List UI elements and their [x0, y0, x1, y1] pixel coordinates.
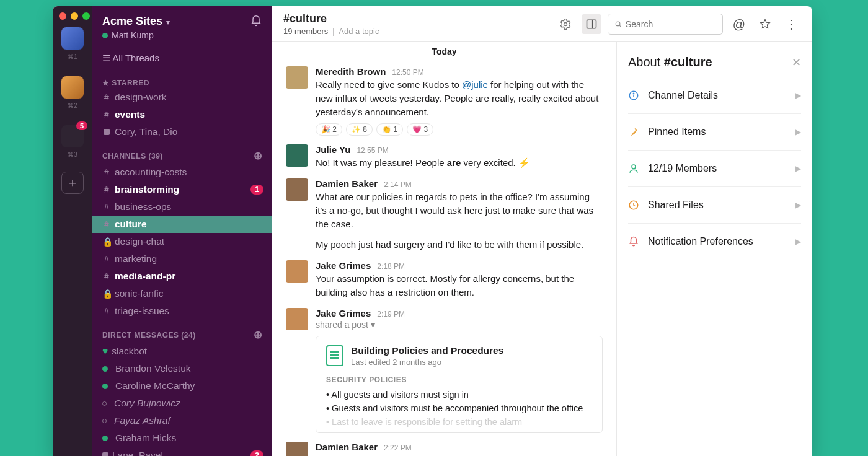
sidebar-starred-design-work[interactable]: #design-work [92, 89, 272, 106]
channel-prefix-icon: # [102, 306, 111, 316]
document-icon [326, 345, 343, 366]
channel-prefix-icon [102, 127, 111, 137]
reaction[interactable]: 👏 1 [376, 123, 403, 136]
close-about-icon[interactable]: ✕ [792, 56, 801, 69]
message-author[interactable]: Damien Baker [316, 442, 378, 452]
reaction[interactable]: 💗 3 [407, 123, 433, 136]
info-icon [628, 90, 639, 101]
about-row-12-19-members[interactable]: 12/19 Members▶ [628, 150, 801, 186]
workspace-2-shortcut: ⌘2 [68, 102, 78, 109]
avatar[interactable] [286, 308, 308, 330]
section-channels-count: (39) [149, 152, 163, 160]
shared-post-card[interactable]: Building Policies and ProceduresLast edi… [316, 336, 603, 433]
message-body: My pooch just had surgery and I'd like t… [316, 238, 603, 252]
avatar[interactable] [286, 178, 308, 201]
search-input[interactable] [626, 19, 716, 29]
channel-prefix-icon: # [102, 185, 111, 195]
notifications-icon[interactable] [250, 15, 262, 27]
svg-rect-1 [587, 20, 596, 28]
presence-dot-icon [102, 401, 107, 406]
reaction[interactable]: 🎉 2 [316, 123, 342, 136]
section-channels[interactable]: CHANNELS (39) ⊕ [92, 141, 272, 164]
unread-badge: 2 [250, 450, 264, 456]
star-icon[interactable] [755, 14, 775, 34]
avatar[interactable] [286, 260, 308, 283]
minimize-icon[interactable] [71, 12, 78, 20]
close-icon[interactable] [59, 12, 66, 20]
section-dm[interactable]: DIRECT MESSAGES (24) ⊕ [92, 320, 272, 343]
reaction[interactable]: ✨ 8 [346, 123, 373, 136]
more-icon[interactable]: ⋮ [781, 14, 801, 34]
heart-icon: ♥ [102, 346, 108, 357]
add-workspace-button[interactable]: ＋ [61, 172, 84, 194]
sidebar-channel-sonic-fanfic[interactable]: 🔒sonic-fanfic [92, 285, 272, 302]
sidebar-dm-graham-hicks[interactable]: Graham Hicks [92, 429, 272, 447]
message-author[interactable]: Julie Yu [316, 144, 350, 155]
sidebar-dm-lane-pavel[interactable]: Lane, Pavel2 [92, 447, 272, 456]
message-timestamp: 12:50 PM [392, 68, 423, 77]
message-author[interactable]: Damien Baker [316, 178, 378, 189]
section-starred: ★ STARRED [92, 70, 272, 89]
user-mention[interactable]: @julie [462, 79, 488, 90]
sidebar-dm-caroline-mccarthy[interactable]: Caroline McCarthy [92, 377, 272, 395]
sidebar-starred-events[interactable]: #events [92, 106, 272, 123]
sidebar-channel-accounting-costs[interactable]: #accounting-costs [92, 164, 272, 181]
current-user-name: Matt Kump [112, 30, 154, 40]
search-box[interactable] [608, 14, 723, 35]
about-row-notification-preferences[interactable]: Notification Preferences▶ [628, 223, 801, 260]
sidebar-item-label: Cory Bujnowicz [114, 398, 180, 409]
card-list-item: • All guests and visitors must sign in [326, 388, 592, 401]
sidebar-dm-cory-bujnowicz[interactable]: Cory Bujnowicz [92, 395, 272, 412]
sidebar-channel-marketing[interactable]: #marketing [92, 250, 272, 268]
sidebar-channel-brainstorming[interactable]: #brainstorming1 [92, 181, 272, 198]
window-controls [59, 12, 90, 20]
about-row-shared-files[interactable]: Shared Files▶ [628, 186, 801, 223]
message-timestamp: 2:18 PM [377, 262, 405, 271]
toggle-details-icon[interactable] [582, 14, 601, 34]
message-author[interactable]: Meredith Brown [316, 66, 386, 77]
sidebar-channel-culture[interactable]: #culture [92, 216, 272, 233]
sidebar-channel-design-chat[interactable]: 🔒design-chat [92, 233, 272, 250]
add-dm-icon[interactable]: ⊕ [254, 328, 268, 341]
about-row-pinned-items[interactable]: Pinned Items▶ [628, 113, 801, 150]
channel-members[interactable]: 19 members [283, 27, 328, 36]
avatar[interactable] [286, 144, 308, 167]
svg-point-0 [564, 23, 567, 26]
sidebar-item-label: Fayaz Ashraf [114, 415, 170, 426]
about-row-label: Shared Files [648, 200, 704, 211]
current-user: Matt Kump [102, 30, 170, 40]
avatar[interactable] [286, 66, 308, 89]
workspace-3-shortcut: ⌘3 [68, 151, 78, 158]
svg-point-3 [616, 22, 620, 26]
sidebar-dm-brandon-velestuk[interactable]: Brandon Velestuk [92, 360, 272, 377]
sidebar-dm-fayaz-ashraf[interactable]: Fayaz Ashraf [92, 412, 272, 429]
channel-prefix-icon: 🔒 [102, 237, 111, 247]
sidebar-header[interactable]: Acme Sites▾ Matt Kump [92, 6, 272, 46]
sidebar-dm-slackbot[interactable]: ♥slackbot [92, 343, 272, 360]
zoom-icon[interactable] [82, 12, 90, 20]
sidebar-item-label: Cory, Tina, Dio [115, 126, 177, 138]
mentions-icon[interactable]: @ [729, 14, 749, 34]
all-threads[interactable]: ☰ All Threads [92, 46, 272, 70]
about-row-channel-details[interactable]: Channel Details▶ [628, 77, 801, 113]
chevron-right-icon: ▶ [795, 128, 801, 136]
file-icon [628, 200, 639, 211]
add-channel-icon[interactable]: ⊕ [254, 149, 268, 162]
message-author[interactable]: Jake Grimes [316, 260, 371, 271]
workspace-3[interactable]: 5 [61, 125, 84, 147]
message-timestamp: 2:19 PM [377, 310, 405, 318]
sidebar-channel-media-and-pr[interactable]: #media-and-pr [92, 268, 272, 285]
message-author[interactable]: Jake Grimes [316, 308, 371, 318]
sidebar-channel-business-ops[interactable]: #business-ops [92, 198, 272, 216]
main: #culture 19 members | Add a topic @ ⋮ To… [272, 6, 812, 456]
chevron-right-icon: ▶ [795, 91, 801, 100]
sidebar-item-label: Brandon Velestuk [115, 363, 191, 374]
workspace-2[interactable] [61, 76, 84, 99]
settings-icon[interactable] [556, 14, 575, 34]
avatar[interactable] [286, 442, 308, 457]
workspace-1[interactable] [61, 27, 84, 50]
sidebar-item-label: triage-issues [115, 305, 169, 317]
sidebar-starred-cory-tina-dio[interactable]: Cory, Tina, Dio [92, 123, 272, 141]
sidebar-channel-triage-issues[interactable]: #triage-issues [92, 302, 272, 320]
channel-topic[interactable]: Add a topic [339, 27, 379, 36]
